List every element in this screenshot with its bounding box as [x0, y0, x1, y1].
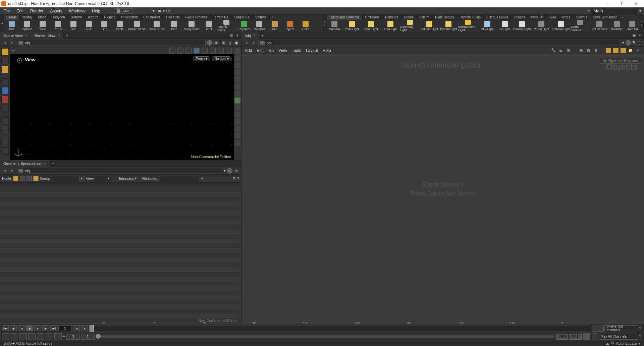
shelf-tab[interactable]: Drive Simulation — [590, 15, 621, 20]
shelf-tab[interactable]: Simple FX — [231, 15, 253, 20]
prims-button[interactable] — [26, 176, 32, 181]
shelf-tab[interactable]: Particle Fluids — [457, 15, 484, 20]
more-icon[interactable]: ▾ — [635, 48, 641, 53]
info-pill[interactable]: i — [626, 40, 631, 46]
shelf-tool[interactable]: Stereo Camera — [571, 20, 590, 32]
net-menu-layout[interactable]: Layout — [306, 48, 318, 53]
filter-icon[interactable]: ▾ — [81, 176, 83, 181]
nav-back-button[interactable]: ◂ — [2, 40, 8, 46]
shelf-tab[interactable]: Characters — [118, 15, 141, 20]
net-menu-view[interactable]: View — [278, 48, 287, 53]
step-fwd-button[interactable]: ▸ — [81, 325, 88, 331]
loop-button[interactable] — [11, 333, 18, 340]
tool-button[interactable] — [1, 126, 9, 133]
clock-button[interactable] — [28, 333, 36, 340]
net-menu-tools[interactable]: Tools — [292, 48, 301, 53]
range-end2-field[interactable] — [570, 334, 582, 340]
vp-tool[interactable] — [234, 140, 240, 146]
shelf-tool[interactable]: Grid — [66, 20, 81, 32]
vp-tool[interactable] — [234, 90, 240, 96]
shelf-tool[interactable]: Portal Light — [532, 20, 551, 32]
shelf-tool[interactable]: Volume Light — [420, 20, 439, 32]
shelf-tool[interactable]: Null — [81, 20, 97, 32]
shelf-tab[interactable]: Particles — [382, 15, 401, 20]
detail-button[interactable] — [33, 176, 39, 181]
shelf-tool[interactable]: Distant Light — [439, 20, 459, 32]
updown-icon[interactable]: ⇅ — [639, 334, 642, 339]
shelf-search-input[interactable] — [591, 8, 638, 14]
minimize-button[interactable]: — — [602, 0, 616, 7]
next-key-button[interactable]: |▸ — [42, 325, 49, 331]
refresh-icon[interactable]: ⟳ — [611, 341, 614, 346]
shelf-tab[interactable]: Volume — [253, 15, 269, 20]
shelf-tab[interactable]: Model — [35, 15, 50, 20]
shelf-tool[interactable]: Point Light — [342, 20, 362, 32]
shelf-tab[interactable]: Grains — [401, 15, 417, 20]
first-frame-button[interactable]: |◂◂ — [2, 325, 9, 331]
step-back-button[interactable]: ◂ — [73, 325, 80, 331]
pane-dropdown-icon[interactable]: ▾ — [235, 33, 240, 38]
shelf-tab[interactable]: Guide Process — [182, 15, 210, 20]
shelf-menu-icon[interactable]: ≡ — [588, 9, 590, 13]
vp-tool[interactable] — [234, 105, 240, 111]
shelf-tool[interactable]: Spray Paint — [182, 20, 201, 32]
shelf-tab[interactable]: Terrain FX — [210, 15, 231, 20]
tab-geometry-spreadsheet[interactable]: Geometry Spreadsheet× — [0, 160, 50, 167]
shelf-tab[interactable]: Constraints — [141, 15, 163, 20]
maximize-button[interactable]: ☐ — [616, 0, 629, 7]
search-icon[interactable]: 🔍 — [632, 41, 637, 45]
add-shelf-tab[interactable]: + — [270, 15, 275, 20]
vp-tool[interactable] — [234, 126, 240, 132]
scene-path-field[interactable]: obj — [17, 40, 206, 46]
network-path-field[interactable]: obj — [258, 40, 621, 46]
vp-tool[interactable] — [234, 83, 240, 89]
vp-tool[interactable] — [234, 112, 240, 118]
shelf-tab[interactable]: Pyro FX — [528, 15, 546, 20]
settings-icon[interactable]: ⚙ — [232, 176, 236, 181]
shelf-tab[interactable]: Crowds — [573, 15, 590, 20]
shelf-divider[interactable]: ▾▸ — [323, 15, 327, 32]
net-menu-go[interactable]: Go — [268, 48, 274, 53]
shelf-tool[interactable]: Camera — [327, 20, 342, 32]
target-icon[interactable]: ⊕ — [158, 9, 161, 13]
vp-tool[interactable] — [234, 69, 240, 75]
close-icon[interactable]: × — [44, 161, 46, 165]
shelf-tab[interactable]: Collisions — [363, 15, 383, 20]
vp-tool[interactable] — [234, 55, 240, 61]
vp-button[interactable] — [202, 48, 208, 54]
vp-tool[interactable] — [234, 97, 240, 103]
shelf-tab[interactable]: FEM — [546, 15, 559, 20]
view-mode-pill[interactable]: i — [207, 40, 212, 46]
tree-icon[interactable]: ⊞ — [593, 48, 598, 53]
shelf-tab[interactable]: Oceans — [511, 15, 528, 20]
close-icon[interactable]: × — [58, 33, 60, 37]
vp-tool[interactable] — [234, 48, 240, 54]
shelf-tab[interactable]: Lights and Cameras — [327, 15, 363, 20]
last-frame-button[interactable]: ▸▸| — [50, 325, 57, 331]
shelf-tool[interactable]: Platonic Solids — [217, 20, 236, 32]
help-icon[interactable]: ? — [237, 177, 239, 181]
tool-button[interactable] — [1, 139, 9, 146]
shelf-tool[interactable]: Area Light — [381, 20, 400, 32]
tab-obj[interactable]: /obj× — [241, 32, 259, 39]
render-icon[interactable]: ▦ — [220, 40, 226, 46]
range-start2-field[interactable] — [81, 334, 95, 340]
folder-icon[interactable]: 📁 — [628, 48, 633, 53]
pane-maximize-icon[interactable]: ▣ — [631, 33, 637, 38]
persp-dropdown[interactable]: Persp ▾ — [193, 56, 210, 61]
drag-handle-icon[interactable]: ⠿ — [12, 49, 15, 53]
opt2-button[interactable] — [46, 333, 53, 340]
audio-button[interactable] — [19, 333, 27, 340]
shelf-tool[interactable]: Switcher — [609, 20, 625, 32]
shelf-tool[interactable]: L-System — [236, 20, 252, 32]
shelf-tool[interactable]: Spiral — [282, 20, 298, 32]
expand-icon[interactable]: ⛶ — [638, 41, 642, 45]
add-tab-button[interactable]: + — [50, 161, 56, 165]
shelf-scroll-right[interactable]: ▾▸ — [640, 15, 644, 32]
keyall-button[interactable] — [592, 333, 598, 340]
opt-button[interactable] — [37, 333, 44, 340]
points-button[interactable] — [13, 176, 18, 181]
camera-icon[interactable]: ▣ — [234, 40, 239, 46]
shelf-scroll-left[interactable]: ◂ — [0, 15, 4, 32]
shelf-tab[interactable]: Vellum — [417, 15, 432, 20]
